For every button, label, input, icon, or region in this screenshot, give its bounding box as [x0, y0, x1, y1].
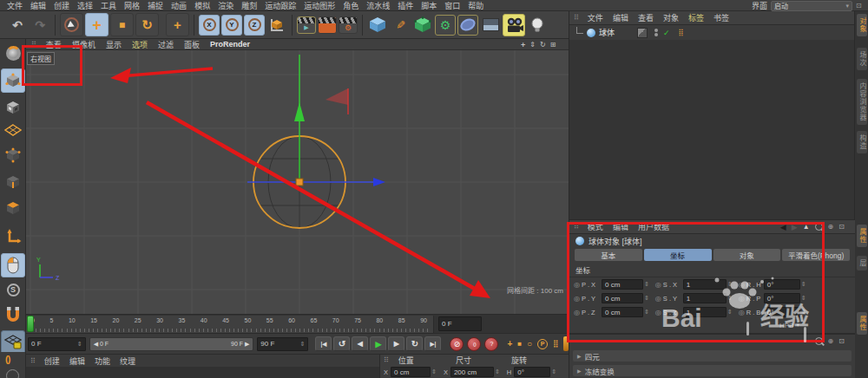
- rp-field[interactable]: 0°: [764, 293, 800, 303]
- phong-tag-icon[interactable]: ⣿: [679, 29, 684, 36]
- lock-workplane-button[interactable]: [1, 330, 25, 355]
- am-add-icon[interactable]: ⊕: [828, 223, 834, 231]
- coords-h-field[interactable]: 0°: [514, 367, 550, 377]
- goto-start-button[interactable]: |◀: [315, 336, 332, 351]
- sz-field[interactable]: 1: [683, 307, 727, 317]
- add-camera-button[interactable]: [503, 14, 525, 36]
- viewport-menu-panel[interactable]: 面板: [184, 39, 200, 50]
- play-button[interactable]: ▶: [370, 336, 386, 351]
- key-position-toggle[interactable]: +: [507, 339, 512, 349]
- spinner-icon[interactable]: ⇕: [644, 309, 649, 316]
- visibility-dots[interactable]: [654, 29, 658, 36]
- materials-panel-menu-icon[interactable]: ⠿: [30, 357, 35, 365]
- lock-x-axis-button[interactable]: X: [199, 15, 220, 36]
- om-panel-menu-icon[interactable]: ⠿: [574, 14, 578, 22]
- viewport-menu-filter[interactable]: 过滤: [158, 39, 174, 50]
- am-menu-edit[interactable]: 编辑: [613, 221, 628, 232]
- menu-simulate[interactable]: 模拟: [194, 0, 210, 11]
- play-backwards-button[interactable]: ↺: [333, 336, 350, 351]
- coords-sx-field[interactable]: 200 cm: [450, 367, 494, 377]
- points-mode-button[interactable]: [1, 143, 25, 167]
- tab-objects[interactable]: 对象: [857, 14, 867, 36]
- materials-menu-texture[interactable]: 纹理: [120, 355, 135, 367]
- tab-basic[interactable]: 基本: [575, 249, 642, 261]
- menu-animate[interactable]: 动画: [171, 0, 187, 11]
- range-start-spinbox[interactable]: 0 F⇕: [28, 337, 86, 351]
- lock-y-axis-button[interactable]: Y: [221, 15, 242, 36]
- rotate-tool-button[interactable]: ↻: [135, 13, 159, 36]
- py-field[interactable]: 0 cm: [602, 293, 643, 303]
- menu-motion-tracker[interactable]: 运动跟踪: [265, 0, 296, 11]
- key-rotation-toggle[interactable]: ○: [527, 339, 532, 349]
- goto-end-button[interactable]: ▶|: [424, 336, 441, 351]
- key-circle-icon[interactable]: ◎: [739, 295, 745, 303]
- viewport-menu-options[interactable]: 选项: [132, 39, 148, 50]
- am-search-icon[interactable]: [815, 223, 823, 231]
- add-icon[interactable]: ⊕: [828, 337, 834, 345]
- timeline-ruler[interactable]: 051015202530354045505560657075808590: [26, 316, 434, 333]
- am-history-fwd-icon[interactable]: ▶: [792, 223, 798, 231]
- magnet-snap-button[interactable]: [1, 302, 25, 328]
- menu-render[interactable]: 渲染: [218, 0, 233, 11]
- coordinate-system-button[interactable]: [266, 15, 287, 36]
- tab-content-browser[interactable]: 内容浏览器: [857, 79, 867, 125]
- rh-field[interactable]: 0°: [764, 279, 800, 290]
- om-menu-view[interactable]: 查看: [638, 12, 654, 23]
- undo-button[interactable]: ↶: [7, 15, 28, 36]
- key-scale-toggle[interactable]: ■: [517, 340, 522, 348]
- make-editable-button[interactable]: [1, 41, 25, 65]
- menu-file[interactable]: 文件: [7, 0, 23, 11]
- workplane-mode-button[interactable]: [1, 121, 25, 140]
- viewport-rotate-icon[interactable]: ↻: [540, 41, 546, 49]
- object-name[interactable]: 球体: [599, 27, 615, 38]
- am-menu-userdata[interactable]: 用户数据: [638, 221, 669, 232]
- search-icon[interactable]: [815, 337, 823, 345]
- render-view-button[interactable]: ▶: [297, 16, 316, 34]
- polygons-mode-button[interactable]: [1, 197, 25, 219]
- om-menu-objects[interactable]: 对象: [663, 12, 679, 23]
- viewport-zoom-icon[interactable]: ⇕: [529, 41, 536, 49]
- range-end-spinbox[interactable]: 90 F⇕: [257, 337, 308, 351]
- last-tool-button[interactable]: +: [166, 13, 189, 36]
- om-menu-bookmarks[interactable]: 书签: [713, 12, 729, 23]
- playhead[interactable]: [27, 316, 34, 332]
- model-mode-button[interactable]: [1, 68, 25, 93]
- tab-attributes[interactable]: 属性: [857, 225, 867, 247]
- sx-field[interactable]: 1: [683, 279, 727, 290]
- group-quaternion[interactable]: ▶ 四元: [573, 350, 852, 362]
- current-frame-box[interactable]: 0 F: [438, 316, 482, 331]
- tab-attributes-lower[interactable]: 属性: [857, 312, 867, 335]
- add-primitive-button[interactable]: [367, 15, 388, 36]
- viewport-toggle-icon[interactable]: ⊞: [550, 41, 556, 49]
- sy-field[interactable]: 1: [683, 293, 727, 303]
- am-frame-icon[interactable]: ⊡: [838, 223, 845, 231]
- materials-empty-area[interactable]: [26, 367, 379, 378]
- key-circle-icon[interactable]: ◎: [655, 295, 661, 303]
- tab-object[interactable]: 对象: [713, 249, 781, 261]
- menu-character[interactable]: 角色: [343, 0, 358, 11]
- sphere-object-icon[interactable]: [587, 29, 595, 37]
- record-params-button[interactable]: ( ): [467, 337, 481, 351]
- menu-create[interactable]: 创建: [54, 0, 69, 11]
- am-menu-mode[interactable]: 模式: [588, 221, 603, 232]
- coords-panel-menu-icon[interactable]: ⠿: [384, 356, 388, 364]
- keyframe-bar-icon[interactable]: [563, 336, 569, 351]
- menu-mograph[interactable]: 运动图形: [304, 0, 335, 11]
- key-pla-toggle[interactable]: ⣿: [553, 340, 558, 348]
- pz-field[interactable]: 0 cm: [602, 307, 643, 317]
- autokey-help-button[interactable]: ?: [484, 337, 498, 351]
- enabled-check-icon[interactable]: ✓: [663, 29, 670, 37]
- viewport-menu-view[interactable]: 查看: [46, 39, 62, 50]
- menu-mesh[interactable]: 网格: [124, 0, 140, 11]
- tab-coordinates[interactable]: 坐标: [644, 249, 712, 261]
- spinner-icon[interactable]: ⇕: [727, 309, 733, 316]
- key-circle-icon[interactable]: ◎: [655, 309, 661, 316]
- menu-window[interactable]: 窗口: [444, 0, 460, 11]
- scale-tool-button[interactable]: ■: [110, 13, 134, 36]
- am-history-back-icon[interactable]: ◀: [780, 223, 786, 231]
- spinner-icon[interactable]: ⇕: [551, 368, 556, 375]
- spinner-icon[interactable]: ⇕: [431, 368, 437, 375]
- viewport-canvas[interactable]: Y Z 网格间距 : 100 cm: [26, 50, 569, 314]
- tab-phong[interactable]: 平滑着色(Phong): [782, 249, 850, 261]
- add-light-button[interactable]: [527, 15, 548, 36]
